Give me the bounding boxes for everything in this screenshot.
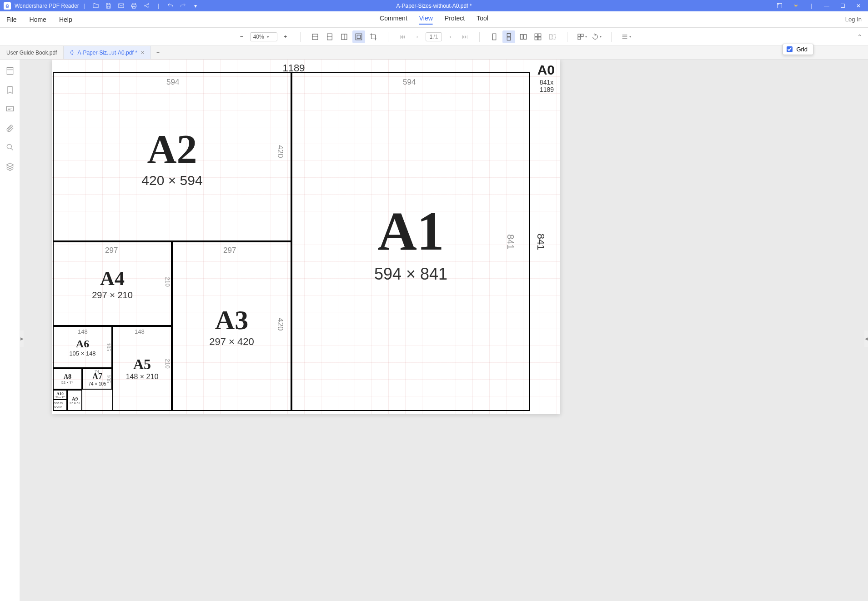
svg-point-6 bbox=[148, 7, 149, 8]
close-button[interactable]: ✕ bbox=[853, 3, 864, 9]
svg-rect-28 bbox=[6, 106, 13, 111]
last-page-icon[interactable]: ⏭ bbox=[458, 30, 471, 43]
a5-dims: 148 × 210 bbox=[126, 373, 159, 381]
svg-rect-7 bbox=[778, 4, 782, 8]
redo-icon[interactable] bbox=[179, 2, 187, 10]
new-tab-button[interactable]: + bbox=[151, 46, 165, 59]
a3-box: A3 297 × 420 bbox=[172, 241, 291, 411]
svg-point-4 bbox=[145, 5, 146, 6]
document-title: A-Paper-Sizes-without-A0.pdf * bbox=[396, 3, 472, 9]
layers-icon[interactable] bbox=[5, 161, 15, 171]
separator bbox=[300, 32, 301, 42]
bookmark-icon[interactable] bbox=[5, 85, 15, 95]
actual-size-icon[interactable] bbox=[338, 30, 351, 43]
fit-visible-icon[interactable] bbox=[352, 30, 365, 43]
single-page-icon[interactable] bbox=[488, 30, 501, 43]
prev-page-icon[interactable]: ‹ bbox=[411, 30, 424, 43]
document-tab-bar: User Guide Book.pdf ⟨⟩ A-Paper-Siz...ut-… bbox=[0, 46, 868, 60]
mail-icon[interactable] bbox=[117, 2, 125, 10]
rotate-dropdown[interactable] bbox=[590, 30, 603, 43]
a5-label: A5 bbox=[133, 356, 151, 373]
a3-dims: 297 × 420 bbox=[209, 336, 254, 348]
page-canvas[interactable]: 1189 A0 841x 1189 841 A1 594 × 841 841 5… bbox=[20, 60, 868, 601]
svg-rect-12 bbox=[357, 35, 361, 39]
svg-rect-14 bbox=[507, 33, 511, 36]
svg-rect-11 bbox=[356, 34, 362, 40]
collapse-toolbar-icon[interactable]: ⌃ bbox=[857, 33, 863, 40]
zoom-in-button[interactable]: + bbox=[279, 30, 292, 43]
list-dropdown[interactable] bbox=[620, 30, 632, 43]
first-page-icon[interactable]: ⏮ bbox=[396, 30, 409, 43]
menu-protect[interactable]: Protect bbox=[445, 15, 465, 25]
close-tab-icon[interactable]: × bbox=[141, 49, 145, 56]
page-number-input[interactable]: 1 /1 bbox=[426, 32, 442, 41]
tab-a-paper-sizes[interactable]: ⟨⟩ A-Paper-Siz...ut-A0.pdf * × bbox=[64, 46, 151, 59]
separator bbox=[479, 32, 480, 42]
a9-label: A9 bbox=[72, 396, 78, 401]
app-logo-icon: ⎙ bbox=[4, 2, 11, 10]
svg-rect-16 bbox=[521, 34, 523, 39]
a0-height-label: 841 bbox=[535, 233, 547, 250]
menu-tool[interactable]: Tool bbox=[477, 15, 488, 25]
grid-checkbox[interactable] bbox=[787, 46, 793, 52]
svg-rect-18 bbox=[535, 34, 538, 36]
a2-label: A2 bbox=[147, 126, 197, 173]
a10-box: A10 26 × 37 bbox=[53, 390, 67, 400]
separator bbox=[567, 32, 567, 42]
tab-label: User Guide Book.pdf bbox=[6, 50, 57, 56]
reading-mode-dropdown[interactable] bbox=[576, 30, 588, 43]
menu-home[interactable]: Home bbox=[30, 16, 46, 23]
comments-icon[interactable] bbox=[5, 104, 15, 114]
a4-label: A4 bbox=[100, 267, 125, 290]
dropdown-icon[interactable]: ▾ bbox=[191, 2, 200, 10]
svg-rect-21 bbox=[538, 37, 541, 40]
crop-icon[interactable] bbox=[367, 30, 380, 43]
theme-icon[interactable]: ☀ bbox=[792, 2, 800, 10]
a3-top-297: 297 bbox=[223, 246, 236, 255]
menu-view[interactable]: View bbox=[419, 15, 433, 25]
tab-label: A-Paper-Siz...ut-A0.pdf * bbox=[77, 50, 137, 56]
zoom-out-button[interactable]: − bbox=[236, 30, 248, 43]
maximize-button[interactable]: ☐ bbox=[837, 3, 849, 9]
two-continuous-icon[interactable] bbox=[532, 30, 544, 43]
save-icon[interactable] bbox=[105, 2, 113, 10]
menu-file[interactable]: File bbox=[6, 16, 17, 23]
separator bbox=[611, 32, 612, 42]
attachment-icon[interactable] bbox=[5, 123, 15, 133]
a7-dims: 74 × 105 bbox=[88, 381, 106, 386]
expand-right-panel-icon[interactable]: ◀ bbox=[864, 331, 868, 347]
cover-page-icon[interactable] bbox=[546, 30, 559, 43]
a1-box: A1 594 × 841 841 bbox=[291, 72, 530, 411]
view-toolbar: − 40% ▾ + ⏮ ‹ 1 /1 › ⏭ bbox=[0, 28, 868, 46]
minimize-button[interactable]: — bbox=[820, 3, 833, 9]
svg-point-29 bbox=[7, 144, 11, 149]
login-button[interactable]: Log In bbox=[845, 16, 862, 23]
a8-label: A8 bbox=[64, 373, 71, 381]
expand-left-panel-icon[interactable]: ▶ bbox=[20, 331, 24, 347]
print-icon[interactable] bbox=[130, 2, 138, 10]
svg-rect-1 bbox=[132, 3, 136, 5]
next-page-icon[interactable]: › bbox=[444, 30, 457, 43]
undo-icon[interactable] bbox=[166, 2, 174, 10]
menu-comment[interactable]: Comment bbox=[380, 15, 407, 25]
tab-user-guide[interactable]: User Guide Book.pdf bbox=[0, 46, 64, 59]
zoom-select[interactable]: 40% ▾ bbox=[250, 32, 277, 41]
svg-rect-0 bbox=[119, 4, 124, 8]
open-folder-icon[interactable] bbox=[92, 2, 100, 10]
screenshot-icon[interactable] bbox=[776, 2, 784, 10]
grid-label: Grid bbox=[796, 46, 808, 53]
fit-width-icon[interactable] bbox=[309, 30, 321, 43]
menu-help[interactable]: Help bbox=[59, 16, 72, 23]
share-icon[interactable] bbox=[143, 2, 151, 10]
pdf-page: 1189 A0 841x 1189 841 A1 594 × 841 841 5… bbox=[52, 60, 560, 414]
fit-page-icon[interactable] bbox=[323, 30, 336, 43]
separator: | bbox=[158, 3, 159, 9]
separator: | bbox=[811, 3, 812, 9]
a1-label: A1 bbox=[377, 200, 444, 263]
single-continuous-icon[interactable] bbox=[502, 30, 515, 43]
a6-dims: 105 × 148 bbox=[69, 350, 95, 357]
two-page-icon[interactable] bbox=[517, 30, 530, 43]
thumbnails-icon[interactable] bbox=[5, 66, 15, 76]
a1-dims: 594 × 841 bbox=[374, 265, 447, 284]
search-icon[interactable] bbox=[5, 142, 15, 152]
